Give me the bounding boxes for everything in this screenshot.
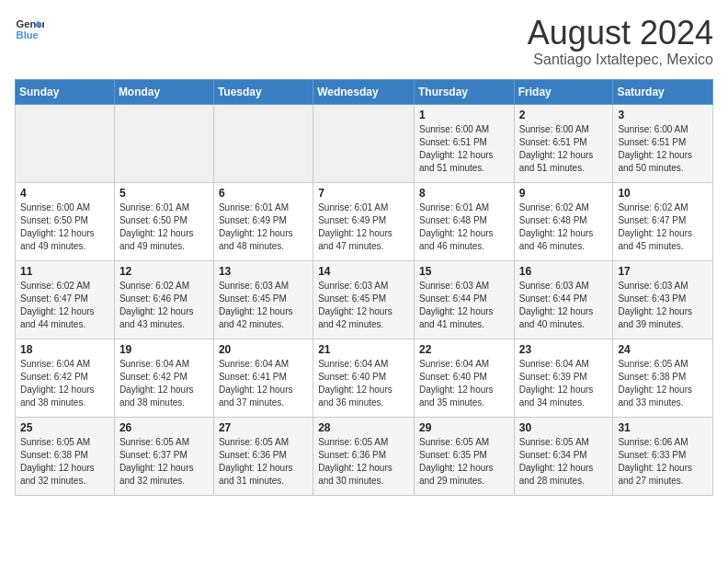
calendar-cell: 3Sunrise: 6:00 AM Sunset: 6:51 PM Daylig…: [613, 104, 713, 182]
calendar-cell: 10Sunrise: 6:02 AM Sunset: 6:47 PM Dayli…: [613, 182, 713, 260]
calendar-cell: 28Sunrise: 6:05 AM Sunset: 6:36 PM Dayli…: [313, 417, 415, 495]
day-number: 9: [519, 187, 609, 200]
day-info: Sunrise: 6:05 AM Sunset: 6:34 PM Dayligh…: [519, 436, 609, 488]
day-info: Sunrise: 6:05 AM Sunset: 6:37 PM Dayligh…: [119, 436, 209, 488]
day-number: 18: [20, 343, 109, 356]
weekday-header-saturday: Saturday: [613, 79, 713, 104]
logo: General Blue: [15, 15, 44, 44]
day-number: 31: [618, 421, 708, 434]
calendar-cell: 25Sunrise: 6:05 AM Sunset: 6:38 PM Dayli…: [16, 417, 115, 495]
day-number: 22: [419, 343, 509, 356]
calendar-cell: [213, 104, 313, 182]
day-number: 25: [20, 421, 109, 434]
calendar-cell: 2Sunrise: 6:00 AM Sunset: 6:51 PM Daylig…: [514, 104, 613, 182]
svg-text:Blue: Blue: [17, 29, 39, 40]
calendar-cell: 11Sunrise: 6:02 AM Sunset: 6:47 PM Dayli…: [16, 260, 115, 339]
day-number: 21: [318, 343, 409, 356]
calendar-cell: 23Sunrise: 6:04 AM Sunset: 6:39 PM Dayli…: [514, 339, 613, 417]
calendar-cell: 20Sunrise: 6:04 AM Sunset: 6:41 PM Dayli…: [213, 339, 313, 417]
day-info: Sunrise: 6:02 AM Sunset: 6:47 PM Dayligh…: [618, 201, 708, 253]
calendar-cell: 18Sunrise: 6:04 AM Sunset: 6:42 PM Dayli…: [16, 339, 115, 417]
title-area: August 2024 Santiago Ixtaltepec, Mexico: [528, 15, 713, 68]
week-row-2: 4Sunrise: 6:00 AM Sunset: 6:50 PM Daylig…: [16, 182, 713, 260]
calendar-cell: [313, 104, 415, 182]
calendar-cell: 12Sunrise: 6:02 AM Sunset: 6:46 PM Dayli…: [114, 260, 213, 339]
calendar-cell: 22Sunrise: 6:04 AM Sunset: 6:40 PM Dayli…: [414, 339, 514, 417]
week-row-5: 25Sunrise: 6:05 AM Sunset: 6:38 PM Dayli…: [16, 417, 713, 495]
day-number: 14: [318, 265, 409, 278]
day-number: 29: [419, 421, 509, 434]
day-number: 7: [318, 187, 409, 200]
week-row-4: 18Sunrise: 6:04 AM Sunset: 6:42 PM Dayli…: [16, 339, 713, 417]
day-number: 20: [219, 343, 308, 356]
calendar-cell: 29Sunrise: 6:05 AM Sunset: 6:35 PM Dayli…: [414, 417, 514, 495]
calendar-cell: 31Sunrise: 6:06 AM Sunset: 6:33 PM Dayli…: [613, 417, 713, 495]
calendar-cell: 8Sunrise: 6:01 AM Sunset: 6:48 PM Daylig…: [414, 182, 514, 260]
day-info: Sunrise: 6:05 AM Sunset: 6:36 PM Dayligh…: [318, 436, 409, 488]
day-number: 13: [219, 265, 308, 278]
day-number: 15: [419, 265, 509, 278]
day-info: Sunrise: 6:03 AM Sunset: 6:43 PM Dayligh…: [618, 280, 708, 331]
day-info: Sunrise: 6:01 AM Sunset: 6:49 PM Dayligh…: [318, 201, 409, 253]
calendar-cell: 27Sunrise: 6:05 AM Sunset: 6:36 PM Dayli…: [213, 417, 313, 495]
day-info: Sunrise: 6:04 AM Sunset: 6:39 PM Dayligh…: [519, 358, 609, 409]
day-number: 6: [219, 187, 308, 200]
weekday-header-friday: Friday: [514, 79, 613, 104]
calendar-cell: 21Sunrise: 6:04 AM Sunset: 6:40 PM Dayli…: [313, 339, 415, 417]
week-row-1: 1Sunrise: 6:00 AM Sunset: 6:51 PM Daylig…: [16, 104, 713, 182]
weekday-header-tuesday: Tuesday: [213, 79, 313, 104]
day-number: 28: [318, 421, 409, 434]
day-info: Sunrise: 6:03 AM Sunset: 6:44 PM Dayligh…: [519, 280, 609, 331]
weekday-header-wednesday: Wednesday: [313, 79, 415, 104]
calendar-cell: 1Sunrise: 6:00 AM Sunset: 6:51 PM Daylig…: [414, 104, 514, 182]
day-number: 16: [519, 265, 609, 278]
day-info: Sunrise: 6:05 AM Sunset: 6:36 PM Dayligh…: [219, 436, 308, 488]
logo-icon: General Blue: [15, 15, 44, 44]
day-info: Sunrise: 6:01 AM Sunset: 6:50 PM Dayligh…: [119, 201, 209, 253]
calendar-table: SundayMondayTuesdayWednesdayThursdayFrid…: [15, 79, 713, 496]
day-info: Sunrise: 6:00 AM Sunset: 6:50 PM Dayligh…: [20, 201, 109, 253]
weekday-header-sunday: Sunday: [16, 79, 115, 104]
calendar-cell: 7Sunrise: 6:01 AM Sunset: 6:49 PM Daylig…: [313, 182, 415, 260]
weekday-header-thursday: Thursday: [414, 79, 514, 104]
calendar-cell: 16Sunrise: 6:03 AM Sunset: 6:44 PM Dayli…: [514, 260, 613, 339]
day-info: Sunrise: 6:03 AM Sunset: 6:45 PM Dayligh…: [219, 280, 308, 331]
day-info: Sunrise: 6:03 AM Sunset: 6:45 PM Dayligh…: [318, 280, 409, 331]
day-info: Sunrise: 6:00 AM Sunset: 6:51 PM Dayligh…: [618, 123, 708, 175]
sub-title: Santiago Ixtaltepec, Mexico: [528, 52, 713, 68]
day-number: 26: [119, 421, 209, 434]
day-info: Sunrise: 6:04 AM Sunset: 6:41 PM Dayligh…: [219, 358, 308, 409]
day-info: Sunrise: 6:04 AM Sunset: 6:40 PM Dayligh…: [419, 358, 509, 409]
day-number: 3: [618, 109, 708, 121]
day-info: Sunrise: 6:00 AM Sunset: 6:51 PM Dayligh…: [519, 123, 609, 175]
calendar-cell: 30Sunrise: 6:05 AM Sunset: 6:34 PM Dayli…: [514, 417, 613, 495]
calendar-cell: 15Sunrise: 6:03 AM Sunset: 6:44 PM Dayli…: [414, 260, 514, 339]
day-info: Sunrise: 6:04 AM Sunset: 6:42 PM Dayligh…: [119, 358, 209, 409]
day-info: Sunrise: 6:01 AM Sunset: 6:48 PM Dayligh…: [419, 201, 509, 253]
day-number: 4: [20, 187, 109, 200]
day-info: Sunrise: 6:02 AM Sunset: 6:47 PM Dayligh…: [20, 280, 109, 331]
day-number: 8: [419, 187, 509, 200]
calendar-cell: 19Sunrise: 6:04 AM Sunset: 6:42 PM Dayli…: [114, 339, 213, 417]
day-info: Sunrise: 6:02 AM Sunset: 6:46 PM Dayligh…: [119, 280, 209, 331]
day-number: 30: [519, 421, 609, 434]
day-number: 12: [119, 265, 209, 278]
day-number: 19: [119, 343, 209, 356]
day-number: 17: [618, 265, 708, 278]
day-number: 1: [419, 109, 509, 121]
weekday-header-row: SundayMondayTuesdayWednesdayThursdayFrid…: [16, 79, 713, 104]
day-info: Sunrise: 6:02 AM Sunset: 6:48 PM Dayligh…: [519, 201, 609, 253]
calendar-cell: [16, 104, 115, 182]
day-number: 2: [519, 109, 609, 121]
calendar-cell: 6Sunrise: 6:01 AM Sunset: 6:49 PM Daylig…: [213, 182, 313, 260]
day-number: 11: [20, 265, 109, 278]
day-number: 24: [618, 343, 708, 356]
week-row-3: 11Sunrise: 6:02 AM Sunset: 6:47 PM Dayli…: [16, 260, 713, 339]
calendar-cell: 13Sunrise: 6:03 AM Sunset: 6:45 PM Dayli…: [213, 260, 313, 339]
calendar-cell: 24Sunrise: 6:05 AM Sunset: 6:38 PM Dayli…: [613, 339, 713, 417]
calendar-cell: 14Sunrise: 6:03 AM Sunset: 6:45 PM Dayli…: [313, 260, 415, 339]
main-title: August 2024: [528, 15, 713, 52]
calendar-cell: 26Sunrise: 6:05 AM Sunset: 6:37 PM Dayli…: [114, 417, 213, 495]
day-info: Sunrise: 6:05 AM Sunset: 6:38 PM Dayligh…: [618, 358, 708, 409]
day-info: Sunrise: 6:04 AM Sunset: 6:40 PM Dayligh…: [318, 358, 409, 409]
